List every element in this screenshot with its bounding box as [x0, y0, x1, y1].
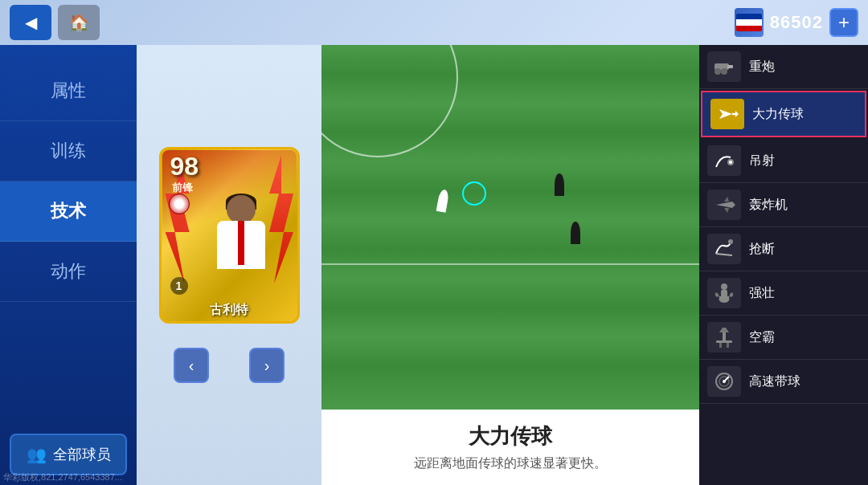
- cannon-shot-label: 重炮: [749, 59, 775, 75]
- top-bar: ◀ 🏠 86502 +: [0, 0, 868, 45]
- card-club-badge: [169, 194, 190, 214]
- skill-item-air-duel[interactable]: 空霸: [699, 316, 868, 360]
- card-rating: 98: [170, 153, 199, 179]
- home-button[interactable]: 🏠: [58, 5, 100, 40]
- svg-rect-1: [727, 65, 733, 68]
- top-bar-right: 86502 +: [735, 8, 858, 37]
- svg-point-11: [721, 283, 727, 290]
- watermark: 华彩版权,821,2747,6543387...: [3, 471, 122, 483]
- svg-rect-15: [719, 343, 722, 348]
- player-figure-2: [555, 173, 564, 196]
- svg-point-3: [721, 68, 727, 75]
- sidebar-item-skills[interactable]: 技术: [0, 181, 137, 242]
- cannon-shot-icon: [707, 51, 741, 82]
- currency-icon: [735, 8, 764, 37]
- card-player-name: 古利特: [159, 302, 300, 319]
- prev-player-button[interactable]: ‹: [174, 348, 209, 383]
- power-pass-icon: [710, 99, 744, 129]
- skill-info: 大力传球 远距离地面传球的球速显著更快。: [321, 410, 699, 485]
- svg-marker-4: [719, 109, 732, 119]
- svg-line-10: [716, 254, 732, 255]
- svg-marker-6: [735, 111, 739, 117]
- speed-dribble-icon: [707, 366, 741, 397]
- skill-item-chip-shot[interactable]: 吊射: [699, 139, 868, 183]
- nav-arrows: ‹ ›: [174, 348, 285, 383]
- flag-icon: [736, 14, 762, 31]
- skill-item-strong[interactable]: 强壮: [699, 271, 868, 316]
- pitch-horizontal-line: [321, 263, 699, 265]
- pitch: [321, 45, 699, 410]
- skill-item-speed-dribble[interactable]: 高速带球: [699, 360, 868, 404]
- skill-preview-area: [321, 45, 699, 410]
- player-figure-3: [571, 222, 580, 244]
- player-figure-1: [436, 189, 450, 213]
- svg-rect-16: [727, 343, 729, 348]
- card-number: 1: [170, 277, 188, 295]
- skill-list: 重炮 大力传球 吊射 轰炸机: [699, 45, 868, 485]
- bomber-icon: [707, 190, 741, 220]
- svg-point-2: [714, 68, 721, 75]
- pitch-arc-line: [321, 45, 458, 157]
- tackle-label: 抢断: [749, 241, 775, 258]
- sidebar: 属性 训练 技术 动作 👥 全部球员 华彩版权,821,2747,6543387…: [0, 45, 137, 485]
- back-button[interactable]: ◀: [10, 5, 51, 40]
- svg-point-8: [729, 161, 732, 164]
- strong-icon: [707, 278, 741, 308]
- top-bar-left: ◀ 🏠: [10, 5, 100, 40]
- skill-item-cannon-shot[interactable]: 重炮: [699, 45, 868, 89]
- svg-point-9: [728, 239, 733, 244]
- skill-item-power-pass[interactable]: 大力传球: [701, 91, 866, 137]
- air-duel-label: 空霸: [749, 329, 775, 346]
- sidebar-bottom: 👥 全部球员 华彩版权,821,2747,6543387...: [0, 424, 137, 485]
- strong-label: 强壮: [749, 285, 775, 302]
- all-players-label: 全部球员: [53, 445, 111, 464]
- main-content: 大力传球 远距离地面传球的球速显著更快。: [321, 45, 699, 485]
- target-circle: [462, 181, 486, 206]
- players-icon: 👥: [27, 445, 47, 464]
- svg-rect-14: [716, 340, 732, 343]
- sidebar-item-attributes[interactable]: 属性: [0, 61, 137, 121]
- all-players-button[interactable]: 👥 全部球员: [10, 434, 127, 475]
- currency-amount: 86502: [770, 12, 823, 33]
- player-shirt-stripe: [238, 221, 244, 265]
- speed-dribble-label: 高速带球: [749, 373, 800, 390]
- player-area: 98 前锋 1 古利特 ‹ ›: [137, 45, 321, 485]
- player-image: [183, 171, 300, 300]
- player-silhouette: [197, 195, 285, 300]
- chip-shot-label: 吊射: [749, 153, 775, 169]
- sidebar-item-actions[interactable]: 动作: [0, 242, 137, 302]
- add-currency-button[interactable]: +: [829, 8, 858, 37]
- svg-point-20: [723, 380, 726, 383]
- skill-title: 大力传球: [338, 422, 683, 450]
- skill-item-bomber[interactable]: 轰炸机: [699, 183, 868, 227]
- next-player-button[interactable]: ›: [249, 348, 285, 383]
- card-position: 前锋: [172, 181, 193, 195]
- air-duel-icon: [707, 322, 741, 353]
- skill-item-tackle[interactable]: 抢断: [699, 227, 868, 271]
- skill-description: 远距离地面传球的球速显著更快。: [338, 455, 683, 472]
- sidebar-item-training[interactable]: 训练: [0, 121, 137, 181]
- power-pass-label: 大力传球: [752, 106, 804, 123]
- chip-shot-icon: [707, 145, 741, 176]
- player-card: 98 前锋 1 古利特: [159, 147, 300, 324]
- tackle-icon: [707, 234, 741, 264]
- player-head: [227, 195, 256, 224]
- bomber-label: 轰炸机: [749, 197, 788, 214]
